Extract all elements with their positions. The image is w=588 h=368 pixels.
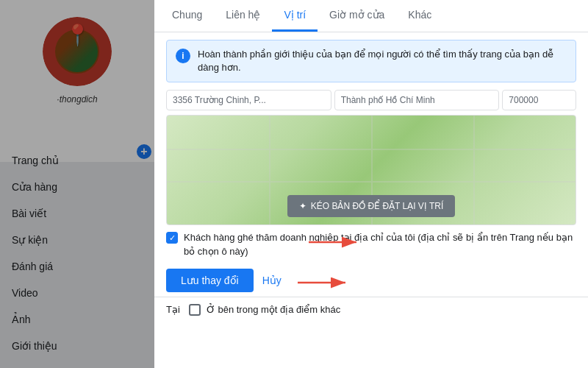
info-banner: i Hoàn thành phần giới thiệu của bạn để … — [166, 40, 576, 82]
map-road-v3 — [473, 116, 475, 224]
address-fields-row: 3356 Trường Chinh, P... Thành phố Hồ Chí… — [154, 90, 588, 110]
bottom-prefix-label: Tại — [166, 304, 180, 315]
address-field-city[interactable]: Thành phố Hồ Chí Minh — [334, 90, 500, 110]
customer-visit-checkbox[interactable] — [166, 232, 178, 244]
inside-location-label: Ở bên trong một địa điểm khác — [207, 303, 340, 316]
modal-tab-khac[interactable]: Khác — [396, 0, 443, 32]
address-field-zip[interactable]: 700000 — [502, 90, 576, 110]
red-arrow-2 — [298, 272, 356, 294]
save-button[interactable]: Lưu thay đổi — [166, 269, 254, 292]
map-area[interactable]: ✦ KÉO BẢN ĐỒ ĐỂ ĐẶT LẠI VỊ TRÍ — [166, 115, 576, 225]
crosshair-icon: ✦ — [299, 201, 306, 211]
map-reset-label: KÉO BẢN ĐỒ ĐỂ ĐẶT LẠI VỊ TRÍ — [311, 201, 444, 211]
modal-tab-lienhe[interactable]: Liên hệ — [214, 0, 272, 32]
bottom-location-section: Tại Ở bên trong một địa điểm khác — [154, 297, 588, 322]
info-icon: i — [176, 49, 190, 63]
modal-tab-vitri[interactable]: Vị trí — [272, 0, 318, 32]
modal-tabs: Chung Liên hệ Vị trí Giờ mở cửa Khác — [154, 0, 588, 32]
checkbox-section-wrapper: Khách hàng ghé thăm doanh nghiệp tại địa… — [154, 225, 588, 263]
cancel-button[interactable]: Hủy — [262, 275, 282, 286]
location-modal: Chung Liên hệ Vị trí Giờ mở cửa Khác i H… — [154, 0, 588, 368]
info-text: Hoàn thành phần giới thiệu của bạn để mọ… — [198, 48, 567, 74]
customer-visit-checkbox-wrapper: Khách hàng ghé thăm doanh nghiệp tại địa… — [166, 231, 576, 258]
map-road-v1 — [269, 116, 270, 224]
inside-location-checkbox[interactable] — [189, 304, 201, 316]
action-buttons-section: Lưu thay đổi Hủy — [154, 264, 588, 297]
red-arrow-1 — [309, 231, 368, 253]
address-field-street[interactable]: 3356 Trường Chinh, P... — [166, 90, 331, 110]
customer-visit-label: Khách hàng ghé thăm doanh nghiệp tại địa… — [184, 231, 576, 258]
modal-tab-giomocua[interactable]: Giờ mở cửa — [318, 0, 396, 32]
modal-tab-chung[interactable]: Chung — [160, 0, 214, 32]
map-reset-button[interactable]: ✦ KÉO BẢN ĐỒ ĐỂ ĐẶT LẠI VỊ TRÍ — [287, 195, 456, 217]
